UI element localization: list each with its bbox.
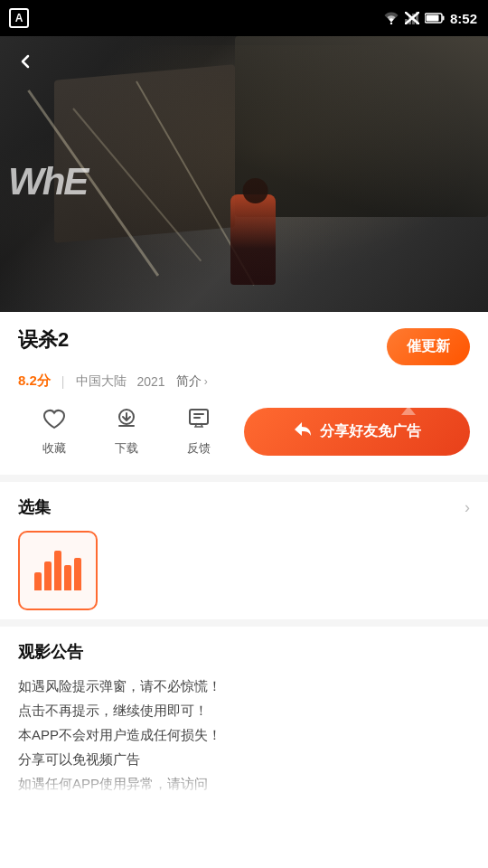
status-right: 8:52 [383, 11, 477, 26]
selection-more-icon[interactable]: › [465, 498, 470, 517]
svg-rect-8 [442, 16, 444, 21]
download-icon [114, 406, 139, 435]
movie-year: 2021 [137, 374, 165, 389]
signal-icon [405, 12, 419, 24]
section-divider-2 [0, 619, 488, 627]
wifi-icon [383, 12, 399, 24]
bar-element [74, 558, 81, 590]
svg-rect-9 [426, 15, 438, 22]
notice-title: 观影公告 [18, 641, 470, 663]
battery-icon [425, 13, 445, 24]
feedback-label: 反馈 [187, 440, 211, 457]
download-button[interactable]: 下载 [90, 406, 163, 457]
feedback-button[interactable]: 反馈 [163, 406, 235, 457]
bars-visualization [34, 551, 81, 590]
video-frame: WhE [0, 36, 488, 312]
bar-element [34, 572, 42, 590]
episode-thumbnail[interactable] [18, 531, 98, 610]
feedback-icon [186, 406, 211, 435]
share-icon [293, 420, 313, 443]
bar-element [44, 561, 52, 590]
notice-section: 观影公告 如遇风险提示弹窗，请不必惊慌！点击不再提示，继续使用即可！本APP不会… [18, 627, 470, 805]
movie-region: 中国大陆 [76, 373, 127, 390]
section-divider [0, 475, 488, 482]
bar-element [54, 551, 61, 590]
heart-icon [42, 406, 67, 435]
movie-title: 误杀2 [18, 326, 69, 354]
selection-section: 选集 › [18, 482, 470, 619]
bar-element [64, 565, 71, 590]
selection-header: 选集 › [18, 496, 470, 518]
back-button[interactable] [9, 45, 42, 78]
urge-update-button[interactable]: 催更新 [387, 328, 470, 365]
movie-score: 8.2分 [18, 373, 51, 390]
download-label: 下载 [115, 440, 138, 457]
notice-text: 如遇风险提示弹窗，请不必惊慌！点击不再提示，继续使用即可！本APP不会对用户造成… [18, 674, 470, 796]
video-player[interactable]: WhE [0, 36, 488, 312]
status-bar: A 8:52 [0, 0, 488, 36]
selection-title: 选集 [18, 496, 51, 518]
collect-label: 收藏 [42, 440, 66, 457]
whe-watermark: WhE [8, 160, 87, 203]
content-area: 误杀2 催更新 8.2分 | 中国大陆 2021 简介 › 收藏 [0, 312, 488, 805]
svg-point-0 [390, 23, 392, 24]
status-left: A [9, 8, 29, 28]
action-row: 收藏 下载 [18, 406, 470, 457]
collect-button[interactable]: 收藏 [18, 406, 90, 457]
app-icon: A [9, 8, 29, 28]
meta-row: 8.2分 | 中国大陆 2021 简介 › [18, 373, 470, 390]
share-ad-label: 分享好友免广告 [320, 422, 421, 441]
share-ad-button[interactable]: 分享好友免广告 [244, 408, 470, 456]
time-display: 8:52 [450, 11, 477, 26]
title-row: 误杀2 催更新 [18, 326, 470, 365]
chevron-right-icon: › [204, 375, 208, 388]
intro-button[interactable]: 简介 › [176, 373, 208, 390]
